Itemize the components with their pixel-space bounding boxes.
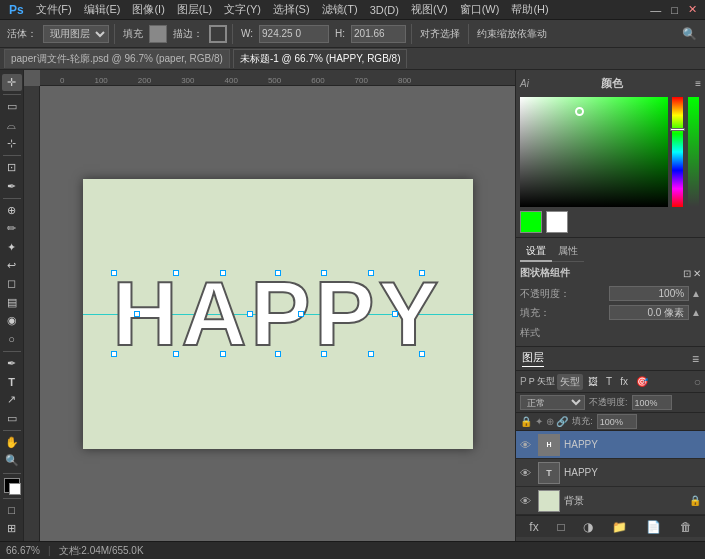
filter-smart-btn[interactable]: 🎯 <box>633 375 651 388</box>
pen-tool[interactable]: ✒ <box>2 355 22 372</box>
foreground-color[interactable] <box>4 478 20 492</box>
zoom-level: 66.67% <box>6 545 40 556</box>
hue-indicator <box>670 128 685 131</box>
path-selection-tool[interactable]: ↗ <box>2 391 22 408</box>
brush-tool[interactable]: ✏ <box>2 220 22 237</box>
layers-tab[interactable]: 图层 <box>522 350 544 367</box>
layer-delete-btn[interactable]: 🗑 <box>677 519 695 535</box>
shape-tool[interactable]: ▭ <box>2 410 22 427</box>
doc-info: 文档:2.04M/655.0K <box>59 544 144 558</box>
ruler-top: 0 100 200 300 400 500 600 700 800 <box>40 70 515 86</box>
filter-img-btn[interactable]: 🖼 <box>585 375 601 388</box>
eraser-tool[interactable]: ◻ <box>2 275 22 292</box>
quick-mask-tool[interactable]: □ <box>2 501 22 518</box>
opacity-input[interactable] <box>609 286 689 301</box>
color-gradient-dark-overlay <box>520 97 668 207</box>
tab-happy[interactable]: 未标题-1 @ 66.7% (HAPPY, RGB/8) <box>233 49 408 68</box>
search-icon[interactable]: 🔍 <box>678 27 701 41</box>
prop-icon-2[interactable]: ✕ <box>693 268 701 279</box>
layer-new-btn[interactable]: 📄 <box>643 519 664 535</box>
background-color[interactable] <box>9 483 21 495</box>
screen-mode[interactable]: ⊞ <box>2 520 22 537</box>
magic-wand-tool[interactable]: ⊹ <box>2 135 22 152</box>
window-close[interactable]: ✕ <box>684 3 701 16</box>
layer-item-happy-text[interactable]: 👁 T HAPPY <box>516 459 705 487</box>
menu-3d[interactable]: 3D(D) <box>365 4 404 16</box>
layer-vis-2[interactable]: 👁 <box>520 467 534 479</box>
layer-fx-btn[interactable]: fx <box>526 519 541 535</box>
blend-mode-select[interactable]: 正常 <box>520 395 585 410</box>
prop-tab-attributes[interactable]: 属性 <box>552 242 584 262</box>
filter-type-btn[interactable]: 矢型 <box>557 374 583 390</box>
prop-icon-1[interactable]: ⊡ <box>683 268 691 279</box>
marquee-tool[interactable]: ▭ <box>2 98 22 115</box>
eyedropper-tool[interactable]: ✒ <box>2 178 22 195</box>
tab-paper[interactable]: paper调文件-轮廓.psd @ 96.7% (paper, RGB/8) <box>4 49 230 68</box>
opacity-slider-icon[interactable]: ▲ <box>691 288 701 299</box>
layers-list: 👁 H HAPPY 👁 T HAPPY 👁 <box>516 431 705 515</box>
width-input[interactable] <box>259 25 329 43</box>
canvas-viewport[interactable]: HAPPY <box>40 86 515 541</box>
bg-color-swatch[interactable] <box>546 211 568 233</box>
menu-filter[interactable]: 滤镜(T) <box>317 2 363 17</box>
layer-fill-input[interactable] <box>597 414 637 429</box>
healing-brush-tool[interactable]: ⊕ <box>2 202 22 219</box>
fg-color-swatch[interactable] <box>520 211 542 233</box>
layer-vis-3[interactable]: 👁 <box>520 495 534 507</box>
layer-item-happy-shape[interactable]: 👁 H HAPPY <box>516 431 705 459</box>
menu-layer[interactable]: 图层(L) <box>172 2 217 17</box>
properties-panel: 设置 属性 图状格组件 ⊡ ✕ 不透明度： ▲ 填充： <box>516 238 705 347</box>
dodge-tool[interactable]: ○ <box>2 330 22 347</box>
type-tool[interactable]: T <box>2 373 22 390</box>
layer-vis-1[interactable]: 👁 <box>520 439 534 451</box>
menu-image[interactable]: 图像(I) <box>127 2 169 17</box>
filter-text-btn[interactable]: T <box>603 375 615 388</box>
window-minimize[interactable]: — <box>646 4 665 16</box>
tool-mode-select[interactable]: 现用图层 <box>43 25 109 43</box>
filter-effect-btn[interactable]: fx <box>617 375 631 388</box>
crop-tool[interactable]: ⊡ <box>2 159 22 176</box>
canvas-text-happy: HAPPY <box>112 262 442 365</box>
prop-tab-settings[interactable]: 设置 <box>520 242 552 262</box>
fill-swatch[interactable] <box>149 25 167 43</box>
window-restore[interactable]: □ <box>667 4 682 16</box>
opacity-label: 不透明度： <box>520 287 570 301</box>
width-label: W: <box>238 27 256 40</box>
lasso-tool[interactable]: ⌓ <box>2 117 22 134</box>
hue-bar[interactable] <box>672 97 683 207</box>
layer-opacity-input[interactable] <box>632 395 672 410</box>
menu-select[interactable]: 选择(S) <box>268 2 315 17</box>
layer-mask-btn[interactable]: □ <box>554 519 567 535</box>
blur-tool[interactable]: ◉ <box>2 312 22 329</box>
filter-icon: P <box>520 376 527 387</box>
layer-comp-label: 图状格组件 <box>520 266 570 280</box>
history-brush-tool[interactable]: ↩ <box>2 257 22 274</box>
clone-stamp-tool[interactable]: ✦ <box>2 239 22 256</box>
layers-panel-menu[interactable]: ≡ <box>692 352 699 366</box>
menu-edit[interactable]: 编辑(E) <box>79 2 126 17</box>
layer-group-btn[interactable]: 📁 <box>609 519 630 535</box>
layer-item-background[interactable]: 👁 背景 🔒 <box>516 487 705 515</box>
status-divider: | <box>48 545 51 556</box>
menu-file[interactable]: 文件(F) <box>31 2 77 17</box>
zoom-tool[interactable]: 🔍 <box>2 452 22 469</box>
color-gradient-container[interactable] <box>520 97 668 207</box>
layers-panel-header: 图层 ≡ <box>516 347 705 371</box>
hand-tool[interactable]: ✋ <box>2 434 22 451</box>
menu-help[interactable]: 帮助(H) <box>506 2 553 17</box>
height-input[interactable] <box>351 25 406 43</box>
filter-toggle[interactable]: ○ <box>694 375 701 389</box>
menu-type[interactable]: 文字(Y) <box>219 2 266 17</box>
fill-input[interactable] <box>609 305 689 320</box>
menu-view[interactable]: 视图(V) <box>406 2 453 17</box>
move-tool[interactable]: ✛ <box>2 74 22 91</box>
alpha-bar[interactable] <box>688 97 699 207</box>
layer-adjust-btn[interactable]: ◑ <box>580 519 596 535</box>
stroke-swatch[interactable] <box>209 25 227 43</box>
gradient-tool[interactable]: ▤ <box>2 294 22 311</box>
fill-slider-icon[interactable]: ▲ <box>691 307 701 318</box>
menu-window[interactable]: 窗口(W) <box>455 2 505 17</box>
color-gradient-main[interactable] <box>520 97 668 207</box>
color-panel-menu[interactable]: ≡ <box>695 78 701 89</box>
tools-divider-1 <box>3 94 21 95</box>
